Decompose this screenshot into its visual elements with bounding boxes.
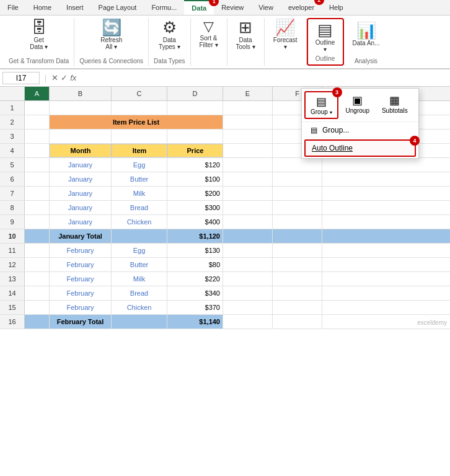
cell-c6[interactable]: Butter bbox=[112, 172, 167, 186]
ribbon-tabs: File Home Insert Page Layout Formu... Da… bbox=[0, 0, 450, 15]
cell-d11[interactable]: $130 bbox=[167, 244, 223, 257]
cell-d15[interactable]: $370 bbox=[167, 301, 223, 314]
cell-c14[interactable]: Bread bbox=[112, 286, 167, 300]
header-item[interactable]: Item bbox=[112, 144, 167, 157]
cell-b5[interactable]: January bbox=[50, 158, 112, 172]
confirm-icon[interactable]: ✓ bbox=[61, 73, 68, 82]
outline-button[interactable]: ▤ Outline▾ bbox=[312, 20, 339, 54]
cell-b11[interactable]: February bbox=[50, 244, 112, 257]
tab-data-label: Data bbox=[192, 4, 206, 12]
sheet-area: A B C D E F 1 2 Item Price List 3 bbox=[0, 87, 450, 329]
forecast-button[interactable]: 📈 Forecast▾ bbox=[270, 18, 301, 51]
table-row: 14 February Bread $340 bbox=[0, 286, 450, 301]
cell-c13[interactable]: Milk bbox=[112, 272, 167, 286]
table-row: 7 January Milk $200 bbox=[0, 187, 450, 201]
table-row: 6 January Butter $100 bbox=[0, 172, 450, 187]
group-menu-label: Group... bbox=[322, 126, 349, 134]
refresh-all-button[interactable]: 🔄 RefreshAll ▾ bbox=[97, 18, 126, 51]
cell-d16[interactable]: $1,140 bbox=[167, 315, 223, 328]
ungroup-icon: ▣ bbox=[352, 94, 363, 107]
cell-reference-input[interactable]: I17 bbox=[2, 72, 40, 84]
tab-view[interactable]: View bbox=[251, 0, 281, 15]
cell-b7[interactable]: January bbox=[50, 187, 112, 200]
tab-file[interactable]: File bbox=[0, 0, 26, 15]
cell-c8[interactable]: Bread bbox=[112, 201, 167, 214]
ribbon-group-analysis: 📊 Data An... Analysis bbox=[344, 18, 389, 66]
fx-label: fx bbox=[70, 73, 76, 82]
ribbon-group-data-types: ⚙ DataTypes ▾ Data Types bbox=[149, 18, 190, 66]
sort-filter-button[interactable]: ▽ Sort &Filter ▾ bbox=[196, 18, 222, 50]
cell-b8[interactable]: January bbox=[50, 201, 112, 214]
cell-b12[interactable]: February bbox=[50, 258, 112, 271]
data-analysis-button[interactable]: 📊 Data An... bbox=[349, 18, 384, 50]
cell-b13[interactable]: February bbox=[50, 272, 112, 286]
cell-d14[interactable]: $340 bbox=[167, 286, 223, 300]
tab-insert[interactable]: Insert bbox=[59, 0, 91, 15]
tab-review[interactable]: Review bbox=[214, 0, 251, 15]
tab-developer-label: eveloper bbox=[288, 4, 314, 11]
col-header-a[interactable]: A bbox=[25, 87, 50, 100]
cell-b15[interactable]: February bbox=[50, 301, 112, 314]
group-button[interactable]: ▤ Group ▾ 3 bbox=[304, 91, 338, 119]
subtotals-button[interactable]: ▦ Subtotals bbox=[377, 91, 413, 117]
cell-b16[interactable]: February Total bbox=[50, 315, 112, 328]
table-row: 11 February Egg $130 bbox=[0, 244, 450, 258]
col-header-d[interactable]: D bbox=[167, 87, 223, 100]
ribbon-group-queries: 🔄 RefreshAll ▾ Queries & Connections bbox=[74, 18, 149, 66]
subtotals-icon: ▦ bbox=[389, 94, 400, 107]
forecast-icon: 📈 bbox=[275, 19, 295, 35]
outline-label: Outline bbox=[315, 54, 335, 63]
cell-d10[interactable]: $1,120 bbox=[167, 229, 223, 243]
cell-b6[interactable]: January bbox=[50, 172, 112, 186]
refresh-icon: 🔄 bbox=[102, 19, 121, 35]
tab-page-layout[interactable]: Page Layout bbox=[91, 0, 144, 15]
table-row: 12 February Butter $80 bbox=[0, 258, 450, 272]
cell-c11[interactable]: Egg bbox=[112, 244, 167, 257]
cell-d8[interactable]: $300 bbox=[167, 201, 223, 214]
total-row-february: 16 February Total $1,140 bbox=[0, 315, 450, 329]
cell-b9[interactable]: January bbox=[50, 215, 112, 229]
formula-input[interactable] bbox=[79, 73, 448, 84]
header-price[interactable]: Price bbox=[167, 144, 223, 157]
ribbon-group-sort-filter: ▽ Sort &Filter ▾ bbox=[191, 18, 227, 66]
auto-outline-label: Auto Outline bbox=[312, 144, 353, 152]
get-data-icon: 🗄 bbox=[31, 19, 47, 35]
formula-bar-divider: | bbox=[45, 74, 46, 82]
table-row: 8 January Bread $300 bbox=[0, 201, 450, 215]
cancel-icon[interactable]: ✕ bbox=[51, 73, 58, 82]
title-cell[interactable]: Item Price List bbox=[50, 115, 223, 129]
cell-d12[interactable]: $80 bbox=[167, 258, 223, 271]
tab-home[interactable]: Home bbox=[26, 0, 59, 15]
tab-developer[interactable]: eveloper 2 bbox=[281, 0, 322, 15]
cell-c7[interactable]: Milk bbox=[112, 187, 167, 200]
ribbon-body: 🗄 GetData ▾ Get & Transform Data 🔄 Refre… bbox=[0, 15, 450, 69]
cell-d5[interactable]: $120 bbox=[167, 158, 223, 172]
cell-c9[interactable]: Chicken bbox=[112, 215, 167, 229]
cell-d6[interactable]: $100 bbox=[167, 172, 223, 186]
data-tools-button[interactable]: ⊞ DataTools ▾ bbox=[232, 18, 259, 51]
col-header-e[interactable]: E bbox=[223, 87, 273, 100]
get-data-button[interactable]: 🗄 GetData ▾ bbox=[26, 18, 51, 51]
header-month[interactable]: Month bbox=[50, 144, 112, 157]
data-types-label: Data Types bbox=[154, 56, 185, 66]
cell-b14[interactable]: February bbox=[50, 286, 112, 300]
cell-d13[interactable]: $220 bbox=[167, 272, 223, 286]
analysis-label: Analysis bbox=[355, 56, 377, 66]
col-header-b[interactable]: B bbox=[50, 87, 112, 100]
tab-formulas[interactable]: Formu... bbox=[144, 0, 184, 15]
data-types-button[interactable]: ⚙ DataTypes ▾ bbox=[155, 18, 183, 51]
ungroup-button[interactable]: ▣ Ungroup bbox=[341, 91, 374, 117]
group-icon: ▤ bbox=[316, 95, 327, 108]
cell-c12[interactable]: Butter bbox=[112, 258, 167, 271]
tab-data[interactable]: Data 1 bbox=[184, 0, 214, 15]
cell-c5[interactable]: Egg bbox=[112, 158, 167, 172]
cell-b10[interactable]: January Total bbox=[50, 229, 112, 243]
cell-d7[interactable]: $200 bbox=[167, 187, 223, 200]
group-menu-item[interactable]: ▤ Group... bbox=[302, 122, 418, 138]
data-types-icon: ⚙ bbox=[162, 19, 177, 35]
cell-d9[interactable]: $400 bbox=[167, 215, 223, 229]
auto-outline-item[interactable]: Auto Outline 4 bbox=[304, 139, 416, 157]
tab-help[interactable]: Help bbox=[322, 0, 351, 15]
cell-c15[interactable]: Chicken bbox=[112, 301, 167, 314]
col-header-c[interactable]: C bbox=[112, 87, 167, 100]
